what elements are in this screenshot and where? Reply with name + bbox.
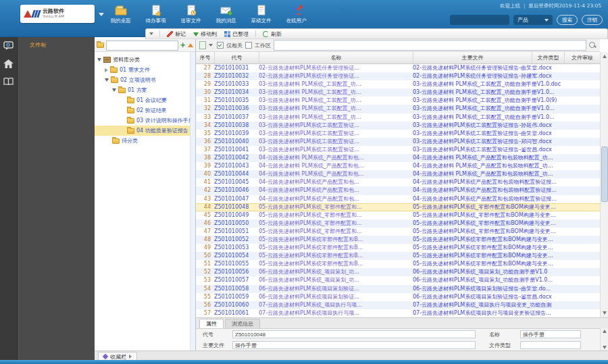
table-row[interactable]: 49Z50101005305-云路先进材料PLM系统零部件配置和B...05-云… bbox=[196, 244, 600, 252]
table-row[interactable]: 44Z50101004805-云路先进材料PLM系统_零部件配置和...05-云… bbox=[196, 203, 600, 211]
cell-file[interactable]: 05-云路先进材料PLM系统零部件配置和BOM构建与变更... bbox=[413, 260, 600, 268]
header-tool-message[interactable]: 我的消息 bbox=[212, 5, 240, 24]
cell-title[interactable]: 06-云路先进材料PLM系统项目策划验证... bbox=[259, 293, 413, 301]
tree-item[interactable]: 资料库分类 bbox=[95, 55, 190, 65]
properties-scrollbar[interactable] bbox=[600, 328, 608, 350]
cell-file[interactable]: 07-云路先进材料PLM系统项目执行与项目变更验证报告... bbox=[413, 309, 600, 317]
tree-item[interactable]: 02 验证结果 bbox=[95, 105, 190, 115]
cell-code[interactable]: Z501010052 bbox=[214, 236, 259, 244]
cell-title[interactable]: 05-云路先进材料PLM系统零部件配置和B... bbox=[259, 260, 413, 268]
cell-title[interactable]: 05-云路先进材料PLM系统零部件配置和B... bbox=[259, 236, 413, 244]
column-header-review[interactable]: 文件审核 bbox=[565, 52, 600, 64]
cell-title[interactable]: 03-云路先进材料 PLM系统_工装配置_功... bbox=[259, 113, 413, 122]
cell-title[interactable]: 06-云路先进材料PLM系统_项目策划_功... bbox=[259, 268, 413, 276]
table-row[interactable]: 34Z50101003803-云路先进材料PLM系统工装配置验证...03-云路… bbox=[196, 122, 600, 130]
code-field[interactable] bbox=[232, 330, 476, 338]
scroll-up-icon[interactable] bbox=[603, 55, 607, 58]
toolbar-button-move[interactable]: 移动到 bbox=[191, 30, 220, 38]
tree-filter-input[interactable] bbox=[106, 41, 178, 51]
cell-code[interactable]: Z501010054 bbox=[214, 252, 259, 260]
header-tool-todo[interactable]: 待办事项 bbox=[142, 5, 170, 24]
cell-file[interactable]: 07-云路先进材料PLM系统_项目执行与项目变更_功能自测 bbox=[413, 301, 600, 309]
cell-file[interactable]: 06-云路先进材料PLM系统_项目策划_功能自测手册V1.0... bbox=[413, 276, 600, 284]
table-row[interactable]: 50Z50101005405-云路先进材料PLM系统零部件配置和B...05-云… bbox=[196, 252, 600, 260]
cell-code[interactable]: Z501010049 bbox=[214, 211, 259, 219]
cell-code[interactable]: Z501010055 bbox=[214, 260, 259, 268]
view-type-icon[interactable] bbox=[199, 41, 206, 49]
cell-title[interactable]: 03-云路先进材料PLM系统工装配置验证... bbox=[259, 146, 413, 154]
cell-file[interactable]: 03-云路先进材料PLM系统工装配置验证报告-郑问智.docx bbox=[413, 138, 600, 146]
cell-file[interactable]: 02-云路先进材料PLM系统任务管理验证报告-曲笑堂.docx bbox=[413, 64, 600, 72]
cell-file[interactable]: 03-云路先进材料PLM系统工装配置验证报告-鉴世昌.docx bbox=[413, 146, 600, 154]
cell-file[interactable]: 03-云路先进材料 PLM系统_工装配置_功能自测手册V1.0... bbox=[413, 105, 600, 113]
table-row[interactable]: 32Z50101003603-云路先进材料 PLM系统_工装配置_功...03-… bbox=[196, 105, 600, 113]
cell-title[interactable]: 05-云路先进材料PLM系统_零部件配置和... bbox=[259, 211, 413, 219]
cell-title[interactable]: 03-云路先进材料PLM系统工装配置验证... bbox=[259, 138, 413, 146]
search-icon[interactable] bbox=[589, 42, 595, 48]
toolbar-dropdown-caret-icon[interactable] bbox=[149, 32, 153, 35]
table-row[interactable]: 42Z50101004604-云路先进材料PLM系统产品配置和包...04-云路… bbox=[196, 186, 600, 194]
table-row[interactable]: 52Z50101005606-云路先进材料PLM系统_项目策划_功...06-云… bbox=[196, 268, 600, 276]
cell-code[interactable]: Z501010045 bbox=[214, 178, 259, 186]
cell-file[interactable]: 04-云路先进材料 PLM系统_产品配置和包装物料配置_功... bbox=[413, 162, 600, 170]
tree-open-caret-icon[interactable] bbox=[97, 58, 101, 61]
cell-title[interactable]: 04-云路先进材料 PLM系统_产品配置和包... bbox=[259, 170, 413, 178]
cell-file[interactable]: 05-云路先进材料PLM系统_零部件配置和BOM构建与变更... bbox=[413, 211, 600, 219]
cell-code[interactable]: Z501010056 bbox=[214, 268, 259, 276]
scrollbar-thumb[interactable] bbox=[601, 147, 608, 202]
cell-code[interactable]: Z501010036 bbox=[214, 105, 259, 113]
cell-title[interactable]: 05-云路先进材料PLM系统零部件配置和B... bbox=[259, 252, 413, 260]
cell-file[interactable]: 06-云路先进材料PLM系统项目策划验证报告-鉴世昌.docx bbox=[413, 293, 600, 301]
cell-code[interactable]: Z501010048 bbox=[214, 203, 259, 211]
logout-button[interactable]: 注销 bbox=[582, 15, 603, 25]
cell-code[interactable]: Z501010035 bbox=[214, 97, 259, 105]
tree-item[interactable]: 01 会议纪要 bbox=[95, 95, 190, 105]
scroll-down-icon[interactable] bbox=[603, 311, 607, 315]
cell-code[interactable]: Z501010059 bbox=[214, 293, 259, 301]
cell-code[interactable]: Z501010047 bbox=[214, 195, 259, 203]
cell-file[interactable]: 03-云路先进材料 PLM系统_工装配置_功能自测手册V1.0.doc bbox=[413, 80, 600, 88]
cell-code[interactable]: Z501010050 bbox=[214, 219, 259, 228]
tree-item[interactable]: 待分类 bbox=[95, 136, 190, 146]
scope-select[interactable]: 产品 bbox=[513, 15, 553, 25]
tree-item[interactable]: 01 方案 bbox=[95, 85, 190, 95]
toolbar-button-refresh[interactable]: 刷新 bbox=[260, 30, 284, 38]
table-row[interactable]: 45Z50101004905-云路先进材料PLM系统_零部件配置和...05-云… bbox=[196, 211, 600, 219]
workspace-checkbox[interactable] bbox=[245, 42, 252, 49]
table-row[interactable]: 56Z50101006007-云路先进材料PLM系统_项目执行与项...07-云… bbox=[196, 301, 600, 309]
cell-file[interactable]: 04-云路先进材料PLM系统产品配置和包装物料配置验证报... bbox=[413, 178, 600, 186]
cell-code[interactable]: Z501010034 bbox=[214, 88, 259, 97]
tree-item[interactable]: 02 立项说明书 bbox=[95, 75, 190, 85]
table-row[interactable]: 51Z50101005505-云路先进材料PLM系统零部件配置和B...05-云… bbox=[196, 260, 600, 268]
cell-file[interactable]: 05-云路先进材料PLM系统_零部件配置和BOM构建与变更... bbox=[413, 219, 600, 228]
cell-code[interactable]: Z501010041 bbox=[214, 146, 259, 154]
cell-title[interactable]: 03-云路先进材料 PLM系统_工装配置_功... bbox=[259, 105, 413, 113]
filetype-field[interactable] bbox=[520, 341, 581, 349]
search-button[interactable]: 搜索 bbox=[557, 15, 578, 25]
cell-code[interactable]: Z501010053 bbox=[214, 244, 259, 252]
cell-code[interactable]: Z501010060 bbox=[214, 301, 259, 309]
cell-code[interactable]: Z501010057 bbox=[214, 276, 259, 284]
table-row[interactable]: 38Z50101004204-云路先进材料 PLM系统_产品配置和包...04-… bbox=[196, 154, 600, 162]
cell-file[interactable]: 03-云路先进材料PLM系统工装配置验证报告-曲笑堂.docx bbox=[413, 130, 600, 138]
tree-item[interactable]: 01 需求文件 bbox=[95, 65, 190, 75]
table-row[interactable]: 54Z50101005806-云路先进材料PLM系统项目策划验证...06-云路… bbox=[196, 285, 600, 293]
tree-item[interactable]: 03 设计说明和操作手册 bbox=[95, 115, 190, 126]
cell-title[interactable]: 03-云路先进材料PLM系统工装配置验证... bbox=[259, 130, 413, 138]
table-row[interactable]: 30Z50101003403-云路先进材料 PLM系统_工装配置_功...03-… bbox=[196, 88, 600, 97]
table-row[interactable]: 39Z50101004304-云路先进材料 PLM系统_产品配置和包...04-… bbox=[196, 162, 600, 170]
table-row[interactable]: 47Z50101005105-云路先进材料PLM系统_零部件配置和...05-云… bbox=[196, 228, 600, 236]
table-row[interactable]: 27Z50101003102-云路先进材料PLM系统任务管理验证...02-云路… bbox=[196, 64, 600, 72]
column-header-num[interactable]: 序号 bbox=[196, 52, 215, 64]
cell-file[interactable]: 04-云路先进材料 PLM系统_产品配置和包装物料配置_功... bbox=[413, 170, 600, 178]
tree-item[interactable]: 04 功能质量验证报告 bbox=[95, 126, 190, 136]
tree-scrollbar[interactable] bbox=[190, 52, 195, 350]
cell-file[interactable]: 04-云路先进材料PLM系统产品配置和包装物料配置验证报... bbox=[413, 195, 600, 203]
cell-file[interactable]: 02-云路先进材料PLM系统任务管理验证报告-孙建军.docx bbox=[413, 72, 600, 80]
column-header-file[interactable]: 主要文件 bbox=[413, 52, 532, 64]
table-row[interactable]: 35Z50101003903-云路先进材料PLM系统工装配置验证...03-云路… bbox=[196, 130, 600, 138]
cell-code[interactable]: Z501010043 bbox=[214, 162, 259, 170]
cell-title[interactable]: 07-云路先进材料PLM系统项目执行与项... bbox=[259, 309, 413, 317]
cell-title[interactable]: 04-云路先进材料PLM系统产品配置和包... bbox=[259, 186, 413, 194]
properties-scroll-up-icon[interactable] bbox=[603, 330, 607, 333]
